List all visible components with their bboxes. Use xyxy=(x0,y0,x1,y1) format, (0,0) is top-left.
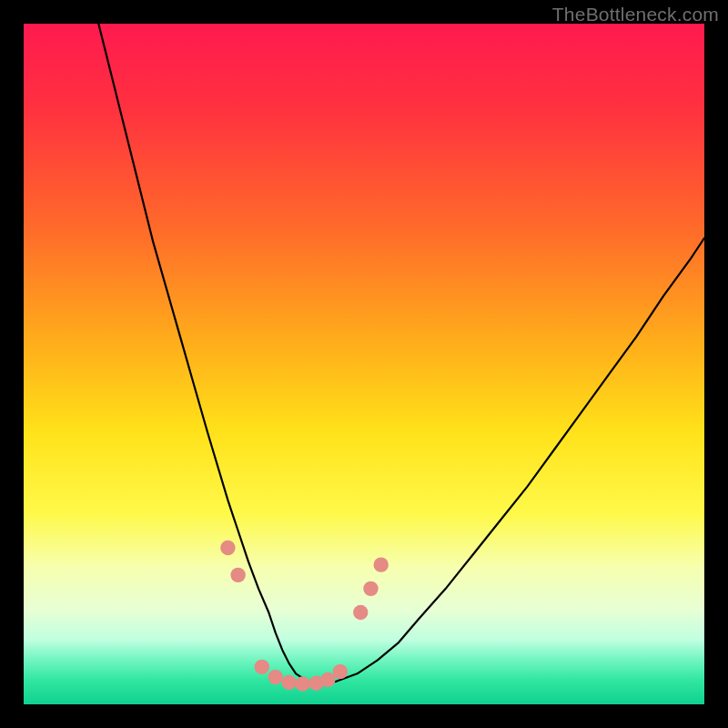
watermark-label: TheBottleneck.com xyxy=(552,4,719,25)
highlight-dot xyxy=(282,675,297,690)
chart-frame: TheBottleneck.com xyxy=(0,0,728,728)
highlight-dot xyxy=(295,676,309,691)
highlight-dot xyxy=(220,541,235,555)
highlight-dot xyxy=(333,664,348,679)
highlight-dot xyxy=(230,568,245,582)
highlight-dot xyxy=(363,581,378,596)
bottleneck-chart xyxy=(24,24,704,704)
highlight-dot xyxy=(320,672,335,687)
highlight-dot xyxy=(268,670,283,684)
gradient-background xyxy=(24,24,704,704)
highlight-dot xyxy=(374,557,389,571)
highlight-dot xyxy=(255,660,269,674)
highlight-dot xyxy=(353,605,368,620)
plot-area xyxy=(24,24,704,704)
